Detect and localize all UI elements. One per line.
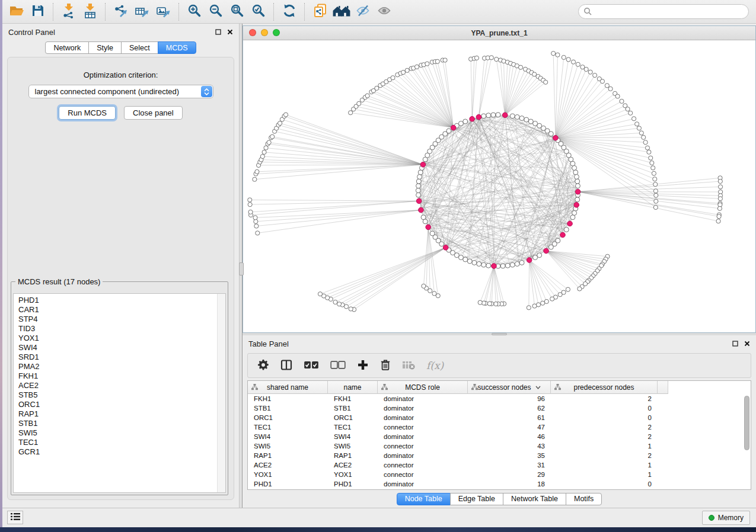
mcds-result-item[interactable]: RAP1 (18, 409, 225, 419)
clone-network-button[interactable] (310, 2, 331, 21)
horizontal-splitter[interactable] (243, 333, 756, 335)
run-mcds-button[interactable]: Run MCDS (59, 106, 116, 120)
save-session-button[interactable] (27, 2, 49, 21)
cell-shared-name: ACE2 (248, 462, 328, 469)
cell-predecessor-nodes: 2 (551, 433, 658, 440)
table-row[interactable]: ACE2ACE2connector311 (248, 460, 751, 470)
zoom-out-button[interactable] (205, 2, 227, 21)
table-row[interactable]: STB1STB1dominator620 (248, 403, 751, 413)
cell-shared-name: FKH1 (248, 395, 328, 402)
memory-label: Memory (718, 514, 744, 522)
search-input[interactable] (578, 4, 749, 19)
columns-icon (280, 359, 292, 373)
zoom-fit-button[interactable] (227, 2, 248, 21)
table-scrollbar-thumb[interactable] (744, 396, 749, 450)
mcds-result-item[interactable]: SWI5 (18, 428, 225, 438)
search-box (578, 4, 749, 19)
zoom-light[interactable] (273, 29, 280, 36)
gear-icon (257, 359, 269, 373)
close-panel-icon[interactable] (744, 341, 750, 347)
mcds-result-scrollbar[interactable] (217, 294, 225, 492)
tab-network[interactable]: Network (45, 41, 89, 54)
tab-mcds[interactable]: MCDS (158, 41, 196, 54)
mcds-result-item[interactable]: STP4 (18, 315, 225, 324)
mcds-result-item[interactable]: ACE2 (18, 381, 225, 390)
first-neighbors-button[interactable] (331, 2, 352, 21)
mcds-result-item[interactable]: PMA2 (18, 362, 225, 371)
show-all-button[interactable] (374, 2, 395, 21)
float-window-icon[interactable] (215, 29, 221, 35)
memory-button[interactable]: Memory (702, 511, 750, 525)
mcds-result-item[interactable]: SWI4 (18, 343, 225, 352)
tab-style[interactable]: Style (88, 41, 122, 54)
table-row[interactable]: TEC1TEC1connector472 (248, 422, 751, 432)
mcds-result-item[interactable]: STB5 (18, 390, 225, 400)
tab-node-table[interactable]: Node Table (397, 493, 451, 505)
mcds-result-item[interactable]: YOX1 (18, 334, 225, 343)
tab-edge-table[interactable]: Edge Table (450, 493, 503, 505)
close-light[interactable] (249, 29, 256, 36)
tab-motifs[interactable]: Motifs (566, 493, 602, 505)
table-row[interactable]: RAP1RAP1dominator352 (248, 451, 751, 460)
close-panel-icon[interactable] (227, 29, 233, 35)
table-row[interactable]: YOX1YOX1connector291 (248, 470, 751, 479)
add-column-button[interactable] (357, 359, 369, 373)
apply-layout-button[interactable] (279, 2, 300, 21)
select-all-button[interactable] (304, 361, 319, 371)
mcds-result-item[interactable]: TID3 (18, 324, 225, 334)
table-settings-button[interactable] (257, 359, 269, 373)
deselect-all-button[interactable] (330, 361, 346, 371)
close-panel-button[interactable]: Close panel (124, 106, 183, 120)
export-image-button[interactable] (153, 2, 174, 21)
show-columns-button[interactable] (280, 359, 292, 373)
mcds-result-list[interactable]: PHD1CAR1STP4TID3YOX1SWI4SRD1PMA2FKH1ACE2… (13, 293, 226, 493)
column-label: name (343, 383, 361, 392)
zoom-in-icon (187, 3, 202, 20)
mcds-result-item[interactable]: FKH1 (18, 371, 225, 381)
mcds-result-item[interactable]: SRD1 (18, 352, 225, 362)
plus-icon (357, 359, 369, 373)
column-header-mcds-role[interactable]: MCDS role (378, 381, 468, 394)
task-history-button[interactable] (7, 511, 23, 524)
cell-name: FKH1 (328, 395, 378, 402)
export-network-icon (113, 3, 129, 20)
minimize-light[interactable] (261, 29, 268, 36)
criterion-select[interactable]: largest connected component (undirected) (28, 85, 213, 98)
mcds-result-item[interactable]: TEC1 (18, 438, 225, 447)
splitter-handle[interactable] (239, 262, 244, 275)
import-table-button[interactable] (79, 2, 101, 21)
mcds-result-item[interactable]: ORC1 (18, 400, 225, 409)
column-header-name[interactable]: name (328, 381, 378, 394)
table-row[interactable]: SWI5SWI5connector431 (248, 441, 751, 451)
float-window-icon[interactable] (732, 341, 738, 347)
delete-column-button[interactable] (380, 358, 391, 373)
column-header-successor-nodes[interactable]: successor nodes (468, 381, 551, 394)
vertical-splitter[interactable] (239, 24, 243, 508)
refresh-icon (282, 3, 297, 20)
mcds-result-item[interactable]: STB1 (18, 419, 225, 428)
open-session-button[interactable] (6, 2, 27, 21)
cell-name: YOX1 (328, 471, 378, 478)
mcds-result-item[interactable]: CAR1 (18, 305, 225, 315)
tab-select[interactable]: Select (121, 41, 158, 54)
mcds-result-item[interactable]: GCR1 (18, 447, 225, 457)
network-graph[interactable] (243, 40, 755, 332)
column-header-predecessor-nodes[interactable]: predecessor nodes (551, 381, 658, 394)
column-header-shared-name[interactable]: shared name (248, 381, 328, 394)
zoom-in-button[interactable] (184, 2, 205, 21)
cell-shared-name: STB1 (248, 405, 328, 412)
export-table-icon (135, 3, 150, 20)
tab-network-table[interactable]: Network Table (503, 493, 566, 505)
houses-icon (332, 4, 351, 20)
splitter-handle[interactable] (492, 333, 507, 335)
hide-selected-button[interactable] (352, 2, 374, 21)
export-table-button[interactable] (132, 2, 153, 21)
zoom-selected-button[interactable] (248, 2, 269, 21)
table-row[interactable]: SWI4SWI4dominator462 (248, 432, 751, 441)
mcds-result-item[interactable]: PHD1 (18, 296, 225, 305)
import-network-button[interactable] (58, 2, 79, 21)
table-row[interactable]: ORC1ORC1dominator610 (248, 413, 751, 422)
table-row[interactable]: PHD1PHD1dominator180 (248, 479, 751, 489)
table-row[interactable]: FKH1FKH1dominator962 (248, 394, 751, 403)
export-network-button[interactable] (110, 2, 132, 21)
